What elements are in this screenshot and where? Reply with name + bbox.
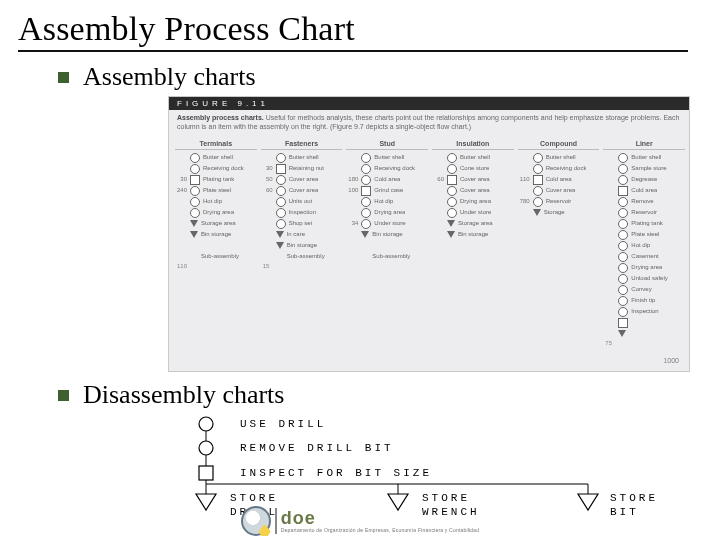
assembly-step-label: Cover area <box>546 187 576 194</box>
assembly-step: 60Cover area <box>261 186 343 196</box>
assembly-step-label: Plate steel <box>203 187 231 194</box>
assembly-step: Reservoir <box>603 208 685 218</box>
assembly-step-label: Cover area <box>460 176 490 183</box>
assembly-step: Storage <box>518 208 600 218</box>
assembly-step: Inspection <box>603 307 685 317</box>
spacer-icon <box>276 253 284 261</box>
assembly-step-label: Receiving dock <box>546 165 587 172</box>
bullet-text: Assembly charts <box>83 62 256 92</box>
assembly-step-label: Receiving dock <box>374 165 415 172</box>
assembly-step-label: Inspection <box>289 209 316 216</box>
logo-separator <box>275 508 277 534</box>
assembly-step-label: Remove <box>631 198 653 205</box>
assembly-column: CompoundButter shellReceiving dock110Col… <box>518 140 600 348</box>
assembly-step-label: Retaining nut <box>289 165 324 172</box>
inspect-square-icon <box>361 186 371 196</box>
assembly-step: Storage area <box>432 219 514 229</box>
assembly-step-label: Drying area <box>460 198 491 205</box>
assembly-step-label: Finish tip <box>631 297 655 304</box>
assembly-chart-figure: FIGURE 9.11 Assembly process charts. Use… <box>168 96 690 372</box>
assembly-column-head: Stud <box>346 140 428 150</box>
assembly-step-label: Plate steel <box>631 231 659 238</box>
assembly-step: Plate steel <box>603 230 685 240</box>
bullet-icon <box>58 390 69 401</box>
spacer-icon <box>447 242 455 250</box>
operation-circle-icon <box>618 164 628 174</box>
assembly-step-label: Bin storage <box>287 242 317 249</box>
spacer-icon <box>533 242 541 250</box>
assembly-step: 30Retaining nut <box>261 164 343 174</box>
assembly-step-label: Butter shell <box>289 154 319 161</box>
operation-circle-icon <box>361 153 371 163</box>
assembly-step: Bin storage <box>346 230 428 240</box>
title-underline <box>18 50 688 52</box>
assembly-step-label: In care <box>287 231 305 238</box>
assembly-step: Drying area <box>432 197 514 207</box>
assembly-step-label: Cold area <box>631 187 657 194</box>
assembly-step: Receiving dock <box>175 164 257 174</box>
assembly-column: InsulationButter shellCone store60Cover … <box>432 140 514 348</box>
dis-step-label: USE DRILL <box>240 418 326 430</box>
assembly-step-label: Casement <box>631 253 658 260</box>
operation-circle-icon <box>447 164 457 174</box>
assembly-step: 60Cover area <box>432 175 514 185</box>
assembly-step: Drying area <box>175 208 257 218</box>
assembly-column-head: Liner <box>603 140 685 150</box>
assembly-step: Casement <box>603 252 685 262</box>
assembly-step-label: Receiving dock <box>203 165 244 172</box>
operation-circle-icon <box>361 208 371 218</box>
assembly-step-label: Butter shell <box>460 154 490 161</box>
inspect-square-icon <box>447 175 457 185</box>
footer-logo: doe Departamento de Organización de Empr… <box>241 506 480 536</box>
figure-caption-bold: Assembly process charts. <box>177 114 264 121</box>
assembly-step-label: Bin storage <box>201 231 231 238</box>
assembly-step-label: Bin storage <box>458 231 488 238</box>
logo-text: doe Departamento de Organización de Empr… <box>281 509 480 533</box>
assembly-step-label: Storage area <box>458 220 493 227</box>
assembly-total: 1000 <box>169 355 689 371</box>
assembly-step-number: 30 <box>175 176 187 183</box>
assembly-step-number: 780 <box>518 198 530 205</box>
assembly-step: Degrease <box>603 175 685 185</box>
operation-circle-icon <box>361 175 371 185</box>
assembly-step: Bin storage <box>261 241 343 251</box>
bullet-icon <box>58 72 69 83</box>
assembly-step: Butter shell <box>175 153 257 163</box>
assembly-step: Receiving dock <box>518 164 600 174</box>
storage-triangle-icon <box>276 242 284 249</box>
assembly-step <box>518 252 600 262</box>
operation-circle-icon <box>190 164 200 174</box>
assembly-step-label: Inspection <box>631 308 658 315</box>
figure-caption: Assembly process charts. Useful for meth… <box>169 110 689 138</box>
operation-circle-icon <box>447 197 457 207</box>
assembly-step-label: Sub-assembly <box>287 253 325 260</box>
assembly-step-label: Butter shell <box>374 154 404 161</box>
assembly-step: Receiving dock <box>346 164 428 174</box>
storage-triangle-icon <box>190 231 198 238</box>
assembly-step-label: Under store <box>374 220 405 227</box>
assembly-step: Butter shell <box>261 153 343 163</box>
operation-circle-icon <box>276 197 286 207</box>
assembly-step: Cold area <box>603 186 685 196</box>
assembly-step: 30Plating tank <box>175 175 257 185</box>
assembly-step: Hot dip <box>175 197 257 207</box>
operation-circle-icon <box>447 186 457 196</box>
operation-circle-icon <box>533 164 543 174</box>
bullet-row-disassembly: Disassembly charts <box>58 380 702 410</box>
assembly-step-label: Bin storage <box>372 231 402 238</box>
assembly-step: Inspection <box>261 208 343 218</box>
operation-circle-icon <box>190 197 200 207</box>
assembly-step-number: 240 <box>175 187 187 194</box>
assembly-step-label: Under store <box>460 209 491 216</box>
assembly-step: Finish tip <box>603 296 685 306</box>
operation-circle-icon <box>361 197 371 207</box>
spacer-icon <box>190 253 198 261</box>
spacer-icon <box>361 253 369 261</box>
operation-circle-icon <box>447 208 457 218</box>
assembly-step <box>518 241 600 251</box>
assembly-step-label: Plating tank <box>203 176 234 183</box>
operation-circle-icon <box>618 296 628 306</box>
assembly-step: Unload safely <box>603 274 685 284</box>
operation-circle-icon <box>618 208 628 218</box>
dis-store-label: STORE <box>610 492 658 504</box>
